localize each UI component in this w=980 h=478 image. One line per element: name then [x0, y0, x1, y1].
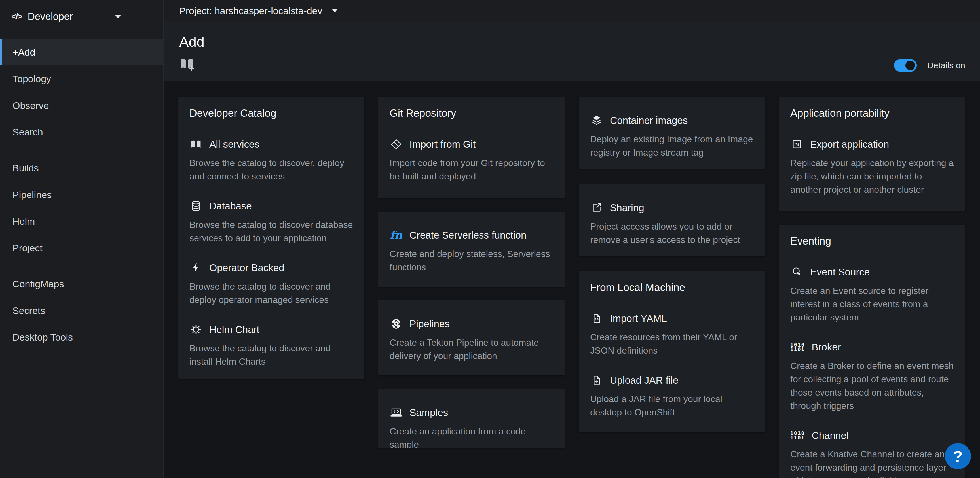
- card-serverless-function: fn Create Serverless function Create and…: [378, 212, 565, 287]
- quick-start-book-plus-icon[interactable]: [179, 56, 194, 71]
- nav-divider: [0, 150, 163, 150]
- event-source-icon: [790, 265, 803, 278]
- lightning-bolt-icon: [189, 261, 202, 274]
- binary-icon: 10101101: [790, 429, 805, 442]
- project-selector-label: Project: harshcasper-localsta-dev: [179, 5, 322, 16]
- sidebar-item-add[interactable]: +Add: [0, 39, 163, 65]
- file-code-icon: [590, 312, 603, 325]
- samples-laptop-icon: [390, 406, 402, 419]
- card-git-repository: Git Repository Import from Git Import co…: [378, 97, 565, 198]
- sidebar: </> Developer +Add Topology Observe Sear…: [0, 0, 164, 478]
- helm-wheel-icon: [189, 323, 202, 336]
- masthead: Project: harshcasper-localsta-dev: [164, 0, 980, 22]
- share-icon: [590, 201, 603, 214]
- card-sharing: Sharing Project access allows you to add…: [579, 184, 765, 256]
- item-import-from-git[interactable]: Import from Git Import code from your Gi…: [390, 138, 553, 183]
- help-button-label: ?: [953, 448, 963, 465]
- file-upload-icon: [590, 374, 603, 387]
- item-helm-chart[interactable]: Helm Chart Browse the catalog to discove…: [189, 323, 353, 368]
- item-all-services[interactable]: All services Browse the catalog to disco…: [189, 138, 353, 183]
- card-container-images: Container images Deploy an existing Imag…: [579, 97, 765, 168]
- switch-knob: [905, 60, 915, 70]
- code-icon: </>: [11, 12, 22, 21]
- card-eventing: Eventing Event Source Create an Event so…: [779, 225, 965, 478]
- chevron-down-icon: [115, 15, 121, 18]
- item-channel[interactable]: 10101101 Channel Create a Knative Channe…: [790, 429, 954, 478]
- export-application-icon: [790, 138, 803, 151]
- perspective-label: Developer: [27, 11, 73, 22]
- help-button[interactable]: ?: [945, 443, 971, 469]
- details-control: Details on: [894, 59, 965, 72]
- card-title: Developer Catalog: [189, 107, 353, 119]
- nav-divider: [0, 266, 163, 266]
- database-icon: [189, 200, 202, 213]
- card-title: From Local Machine: [590, 281, 754, 294]
- item-container-images[interactable]: Container images Deploy an existing Imag…: [590, 114, 754, 159]
- sidebar-item-desktop-tools[interactable]: Desktop Tools: [0, 324, 163, 351]
- item-upload-jar-file[interactable]: Upload JAR file Upload a JAR file from y…: [590, 374, 754, 419]
- card-from-local-machine: From Local Machine Import YAML Create re…: [579, 271, 765, 432]
- sidebar-item-project[interactable]: Project: [0, 235, 163, 261]
- details-switch[interactable]: [894, 59, 917, 72]
- serverless-fn-icon: fn: [390, 229, 402, 242]
- card-title: Git Repository: [390, 107, 553, 119]
- page-title: Add: [179, 34, 980, 50]
- item-create-serverless-function[interactable]: fn Create Serverless function Create and…: [390, 229, 553, 274]
- catalog-book-icon: [189, 138, 202, 151]
- item-import-yaml[interactable]: Import YAML Create resources from their …: [590, 312, 754, 357]
- perspective-switcher[interactable]: </> Developer: [0, 0, 163, 33]
- card-title: Eventing: [790, 235, 954, 247]
- git-icon: [390, 138, 402, 151]
- sidebar-nav: +Add Topology Observe Search Builds Pipe…: [0, 33, 163, 351]
- item-pipelines[interactable]: Pipelines Create a Tekton Pipeline to au…: [390, 318, 553, 363]
- item-operator-backed[interactable]: Operator Backed Browse the catalog to di…: [189, 261, 353, 306]
- sidebar-item-builds[interactable]: Builds: [0, 155, 163, 181]
- card-samples: Samples Create an application from a cod…: [378, 389, 565, 448]
- sidebar-item-configmaps[interactable]: ConfigMaps: [0, 271, 163, 297]
- sidebar-item-search[interactable]: Search: [0, 119, 163, 145]
- tekton-pipelines-icon: [390, 318, 402, 330]
- item-broker[interactable]: 10101101 Broker Create a Broker to defin…: [790, 341, 954, 413]
- page-header: Add Details on: [164, 22, 980, 81]
- details-switch-label: Details on: [928, 60, 965, 70]
- card-application-portability: Application portability Export applicati…: [779, 97, 965, 211]
- item-event-source[interactable]: Event Source Create an Event source to r…: [790, 265, 954, 324]
- item-database[interactable]: Database Browse the catalog to discover …: [189, 200, 353, 245]
- chevron-down-icon: [332, 9, 338, 13]
- sidebar-item-topology[interactable]: Topology: [0, 65, 163, 92]
- add-page-content: Developer Catalog All services Browse th…: [164, 81, 980, 478]
- item-sharing[interactable]: Sharing Project access allows you to add…: [590, 201, 754, 246]
- sidebar-item-secrets[interactable]: Secrets: [0, 297, 163, 324]
- binary-icon: 10101101: [790, 341, 805, 354]
- sidebar-item-helm[interactable]: Helm: [0, 208, 163, 235]
- item-samples[interactable]: Samples Create an application from a cod…: [390, 406, 553, 448]
- sidebar-item-observe[interactable]: Observe: [0, 92, 163, 119]
- card-developer-catalog: Developer Catalog All services Browse th…: [178, 97, 364, 379]
- item-export-application[interactable]: Export application Replicate your applic…: [790, 138, 954, 196]
- project-selector[interactable]: Project: harshcasper-localsta-dev: [179, 5, 338, 16]
- card-pipelines: Pipelines Create a Tekton Pipeline to au…: [378, 300, 565, 375]
- card-title: Application portability: [790, 107, 954, 119]
- sidebar-item-pipelines[interactable]: Pipelines: [0, 181, 163, 208]
- container-layers-icon: [590, 114, 603, 127]
